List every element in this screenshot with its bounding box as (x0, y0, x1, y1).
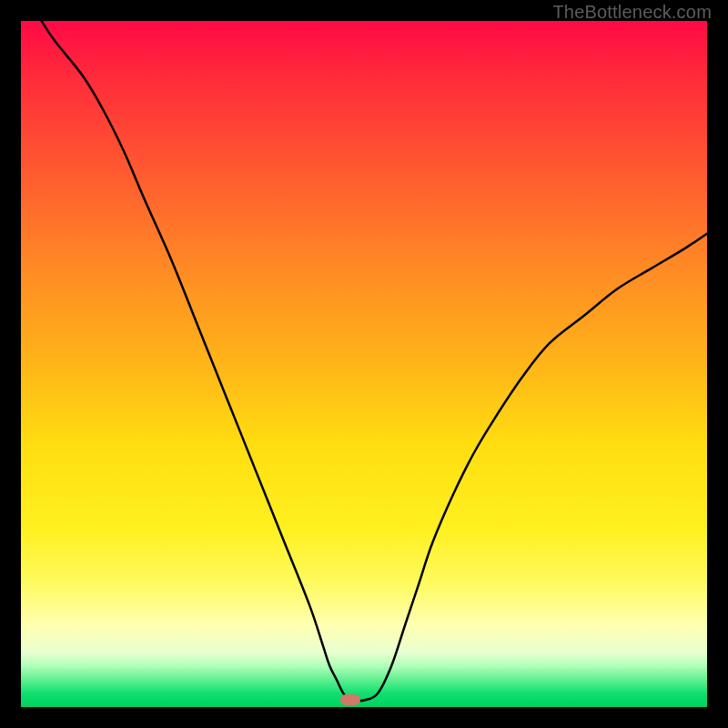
bottleneck-curve (21, 21, 707, 707)
optimal-point-marker (340, 694, 360, 705)
plot-area (21, 21, 707, 707)
watermark-text: TheBottleneck.com (552, 2, 712, 23)
chart-frame: TheBottleneck.com (0, 0, 728, 728)
